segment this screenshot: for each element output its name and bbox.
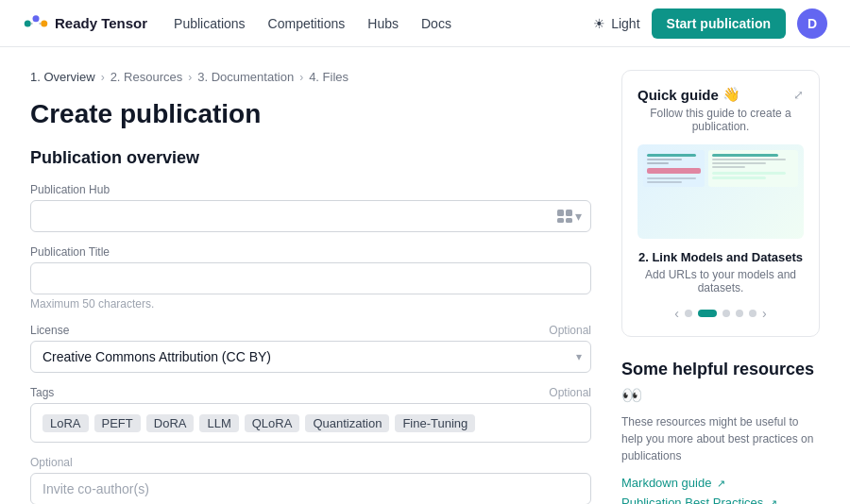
- breadcrumb-files[interactable]: 4. Files: [309, 70, 348, 84]
- hub-label: Publication Hub: [30, 183, 591, 196]
- breadcrumb-overview[interactable]: 1. Overview: [30, 70, 95, 84]
- nav-publications[interactable]: Publications: [174, 16, 246, 31]
- user-avatar[interactable]: D: [797, 8, 827, 39]
- guide-image: [638, 144, 804, 239]
- breadcrumb: 1. Overview › 2. Resources › 3. Document…: [30, 70, 591, 84]
- logo[interactable]: Ready Tensor: [23, 13, 147, 34]
- prev-arrow[interactable]: ‹: [674, 306, 679, 321]
- guide-screenshot-content: [638, 144, 804, 239]
- qg-emoji: 👋: [722, 86, 740, 103]
- tag-qlora[interactable]: QLoRA: [245, 414, 300, 432]
- coauthor-input[interactable]: [30, 473, 591, 504]
- guide-dots: ‹ ›: [638, 306, 804, 321]
- quick-guide-card: Quick guide 👋 ⤢ Follow this guide to cre…: [621, 70, 820, 337]
- dot-1[interactable]: [685, 310, 692, 317]
- nav-docs[interactable]: Docs: [421, 16, 451, 31]
- resources-title: Some helpful resources: [621, 360, 820, 379]
- coauthor-optional: Optional: [30, 456, 73, 469]
- ext-icon-1: ↗: [717, 478, 725, 489]
- license-optional: Optional: [549, 324, 591, 337]
- logo-text: Ready Tensor: [55, 15, 147, 31]
- hub-input[interactable]: demo-hub (Personal): [30, 200, 591, 232]
- title-input[interactable]: Exploring Parameter-Efficient Fine-Tunin…: [30, 262, 591, 294]
- svg-point-2: [41, 20, 47, 26]
- svg-point-1: [33, 15, 40, 22]
- resources-desc: These resources might be useful to help …: [621, 413, 820, 464]
- theme-toggle[interactable]: ☀ Light: [593, 16, 639, 31]
- hub-field-group: Publication Hub demo-hub (Personal) ▾: [30, 183, 591, 232]
- svg-point-0: [25, 20, 31, 26]
- tags-optional: Optional: [549, 386, 591, 399]
- page-title: Create publication: [30, 99, 591, 129]
- right-panel: Quick guide 👋 ⤢ Follow this guide to cre…: [621, 70, 820, 504]
- best-practices-link[interactable]: Publication Best Practices ↗: [621, 496, 820, 504]
- dot-4[interactable]: [736, 310, 743, 317]
- hub-select-wrapper: demo-hub (Personal) ▾: [30, 200, 591, 232]
- main-layout: 1. Overview › 2. Resources › 3. Document…: [0, 47, 850, 504]
- publication-form: Publication Hub demo-hub (Personal) ▾: [30, 183, 591, 504]
- breadcrumb-sep-1: ›: [101, 71, 105, 84]
- qg-title-text: Quick guide 👋: [638, 86, 740, 103]
- resources-emoji: 👀: [621, 385, 820, 406]
- license-label: License: [30, 324, 69, 337]
- breadcrumb-resources[interactable]: 2. Resources: [110, 70, 183, 84]
- svg-rect-5: [557, 210, 564, 216]
- section-title: Publication overview: [30, 148, 591, 168]
- markdown-guide-link[interactable]: Markdown guide ↗: [621, 476, 820, 490]
- title-label: Publication Title: [30, 245, 591, 259]
- breadcrumb-sep-3: ›: [299, 71, 303, 84]
- nav-links: Publications Competitions Hubs Docs: [174, 16, 451, 31]
- nav-competitions[interactable]: Competitions: [268, 16, 346, 31]
- dot-3[interactable]: [722, 310, 730, 317]
- nav-right: ☀ Light Start publication D: [593, 8, 827, 39]
- license-select[interactable]: Creative Commons Attribution (CC BY) MIT…: [30, 341, 591, 373]
- hub-icon: ▾: [557, 209, 582, 224]
- navbar: Ready Tensor Publications Competitions H…: [0, 0, 850, 47]
- tag-llm[interactable]: LLM: [199, 414, 238, 432]
- tags-field-group: Tags Optional LoRA PEFT DoRA LLM QLoRA Q…: [30, 386, 591, 443]
- qg-step-title: 2. Link Models and Datasets: [638, 250, 804, 264]
- breadcrumb-sep-2: ›: [188, 71, 192, 84]
- breadcrumb-documentation[interactable]: 3. Documentation: [197, 70, 294, 84]
- qg-header: Quick guide 👋 ⤢: [638, 86, 804, 103]
- tags-label: Tags: [30, 386, 54, 399]
- ext-icon-2: ↗: [769, 497, 777, 504]
- left-panel: 1. Overview › 2. Resources › 3. Document…: [30, 70, 591, 504]
- title-field-group: Publication Title Exploring Parameter-Ef…: [30, 245, 591, 311]
- tag-lora[interactable]: LoRA: [42, 414, 89, 432]
- next-arrow[interactable]: ›: [762, 306, 767, 321]
- dot-5[interactable]: [749, 310, 756, 317]
- tag-dora[interactable]: DoRA: [146, 414, 195, 432]
- svg-rect-8: [566, 218, 572, 223]
- dot-2[interactable]: [698, 310, 717, 317]
- license-select-wrapper: Creative Commons Attribution (CC BY) MIT…: [30, 341, 591, 373]
- tag-finetuning[interactable]: Fine-Tuning: [395, 414, 475, 432]
- nav-hubs[interactable]: Hubs: [367, 16, 399, 31]
- svg-rect-7: [557, 218, 564, 223]
- svg-rect-6: [566, 210, 572, 216]
- qg-subtitle: Follow this guide to create a publicatio…: [638, 107, 804, 133]
- tags-container[interactable]: LoRA PEFT DoRA LLM QLoRA Quantization Fi…: [30, 403, 591, 443]
- start-publication-button[interactable]: Start publication: [652, 8, 786, 39]
- char-hint: Maximum 50 characters.: [30, 297, 591, 311]
- tag-quantization[interactable]: Quantization: [305, 414, 389, 432]
- coauthor-field-group: Optional: [30, 456, 591, 504]
- qg-title: Quick guide: [638, 87, 719, 103]
- qg-step-desc: Add URLs to your models and datasets.: [638, 268, 804, 294]
- sun-icon: ☀: [593, 16, 605, 31]
- tag-peft[interactable]: PEFT: [94, 414, 141, 432]
- license-field-group: License Optional Creative Commons Attrib…: [30, 324, 591, 373]
- theme-label: Light: [611, 16, 639, 31]
- resources-section: Some helpful resources 👀 These resources…: [621, 360, 820, 504]
- expand-icon[interactable]: ⤢: [793, 88, 804, 102]
